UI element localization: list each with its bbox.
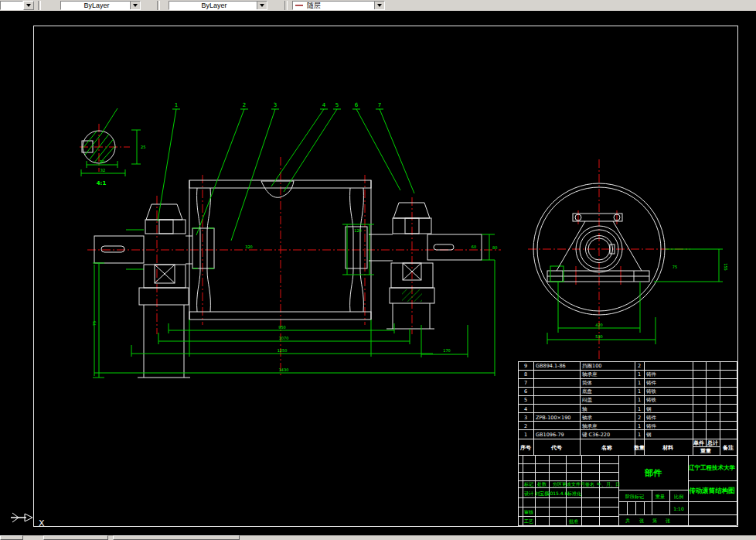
svg-text:轴承: 轴承 [582, 415, 593, 421]
scale-label: 比例 [674, 494, 683, 500]
status-segment [113, 535, 240, 540]
svg-text:铸件: 铸件 [645, 415, 657, 421]
dim-left-height: 75 [92, 321, 97, 326]
chevron-down-icon[interactable] [130, 2, 140, 9]
sheet-no-label: 第 [652, 518, 657, 523]
linetype-preview-icon [295, 5, 303, 6]
svg-text:挡圈100: 挡圈100 [582, 363, 601, 369]
combo-value: 随层 [305, 2, 374, 9]
svg-text:底盘: 底盘 [582, 388, 593, 395]
balloon-7: 7 [378, 102, 381, 108]
inline-dim-right: 60 [472, 244, 476, 249]
col-header-weight: 重量 [700, 448, 711, 454]
svg-text:铸件: 铸件 [645, 423, 657, 429]
balloon-6: 6 [355, 102, 359, 108]
svg-text:轴承座: 轴承座 [582, 371, 598, 378]
part-label: 部件 [644, 468, 662, 478]
balloon-4: 4 [322, 102, 326, 108]
status-strip [0, 535, 756, 540]
sign-label: 签名 [585, 481, 594, 487]
model-space-canvas[interactable]: 25 20 32 4:1 [0, 0, 756, 540]
col-header-qty: 数量 [634, 445, 645, 451]
svg-text:2: 2 [638, 415, 641, 421]
svg-text:5: 5 [524, 397, 527, 403]
status-segment [43, 535, 108, 540]
combo-value: ByLayer [61, 2, 130, 9]
balloon-2: 2 [243, 102, 246, 108]
scale-value: 1:10 [673, 506, 684, 511]
dim-base: 420 [595, 323, 603, 327]
zone-label: 分区 [553, 481, 562, 487]
sheet-label: 张 [639, 518, 644, 524]
svg-text:1: 1 [638, 388, 641, 395]
properties-toolbar: ByLayer ByLayer 随层 [0, 0, 756, 11]
color-combo-arrow[interactable] [23, 1, 34, 10]
svg-text:轴承座: 轴承座 [582, 423, 598, 429]
svg-text:铸铁: 铸铁 [645, 388, 657, 395]
dim-outer: 1250 [278, 348, 288, 353]
dim-small: 75 [673, 265, 677, 269]
svg-text:1: 1 [524, 432, 527, 438]
approve-label: 批准 [569, 518, 578, 525]
svg-text:钢: 钢 [645, 432, 652, 438]
drawing-title: 传动滚筒结构图 [688, 487, 735, 494]
canvas-background [0, 11, 756, 535]
dim-mid: 1070 [279, 336, 289, 340]
linetype-combo[interactable]: ByLayer [60, 1, 141, 10]
ucs-x-label: X [39, 518, 45, 528]
detail-dim-side: 25 [141, 145, 145, 149]
svg-text:钢: 钢 [645, 406, 652, 412]
svg-text:键 C36-220: 键 C36-220 [581, 432, 610, 438]
autocad-window: ByLayer ByLayer 随层 [0, 0, 756, 540]
svg-text:铸件: 铸件 [645, 380, 657, 386]
col-header-unit: 单件 [693, 439, 704, 446]
chevron-down-icon [377, 4, 382, 7]
plotstyle-combo[interactable]: 随层 [292, 1, 385, 10]
balloon-5: 5 [335, 102, 339, 108]
col-header-note: 备注 [722, 444, 734, 451]
svg-text:1: 1 [638, 432, 641, 438]
date-label: 年、月、日 [597, 481, 620, 487]
status-segment [0, 535, 23, 540]
svg-text:筒体: 筒体 [582, 380, 593, 386]
svg-text:GB894.1-86: GB894.1-86 [536, 363, 566, 369]
sheet-label: 张 [666, 518, 670, 524]
svg-text:1: 1 [638, 380, 641, 386]
dim-inner: 950 [278, 325, 286, 330]
svg-text:闷盖: 闷盖 [582, 397, 593, 403]
university-name: 辽宁工程技术大学 [688, 464, 736, 471]
chevron-down-icon[interactable] [374, 2, 384, 9]
balloon-3: 3 [274, 102, 277, 108]
svg-text:2: 2 [638, 363, 641, 369]
svg-text:铸铁: 铸铁 [645, 397, 657, 403]
detail-scale-label: 4:1 [97, 180, 107, 186]
mark-label: 标记 [523, 481, 533, 487]
combo-value: ByLayer [169, 2, 257, 9]
chevron-down-icon[interactable] [257, 2, 267, 9]
standard-label: 标准化 [567, 490, 581, 497]
toolbar-separator [157, 1, 160, 10]
shaft-end-dim: 80 [492, 245, 497, 250]
toolbar-separator [38, 1, 41, 10]
lineweight-combo[interactable]: ByLayer [169, 1, 267, 10]
col-header-material: 材料 [662, 444, 673, 451]
hub-dim: 120 [354, 228, 362, 233]
dim-height: 155 [724, 263, 728, 271]
detail-dim-bottom: 20 [100, 159, 104, 164]
toolbar-separator [284, 1, 288, 10]
svg-text:ZPB-100×190: ZPB-100×190 [536, 415, 570, 421]
svg-text:1: 1 [638, 423, 641, 429]
svg-text:3: 3 [524, 415, 527, 421]
balloon-1: 1 [175, 102, 178, 108]
color-combo-partial[interactable] [0, 1, 23, 10]
dim-base-outer: 530 [595, 334, 603, 339]
stage-label: 阶段标记 [625, 494, 644, 500]
col-header-total: 总计 [707, 439, 718, 446]
svg-text:铸件: 铸件 [645, 371, 657, 378]
inline-dim-left: 320 [245, 244, 253, 249]
sheet-total-label: 共 [625, 518, 630, 523]
chevron-down-icon [26, 4, 31, 7]
svg-text:1: 1 [638, 371, 641, 378]
svg-text:7: 7 [524, 380, 527, 386]
col-header-code: 代号 [550, 445, 562, 451]
